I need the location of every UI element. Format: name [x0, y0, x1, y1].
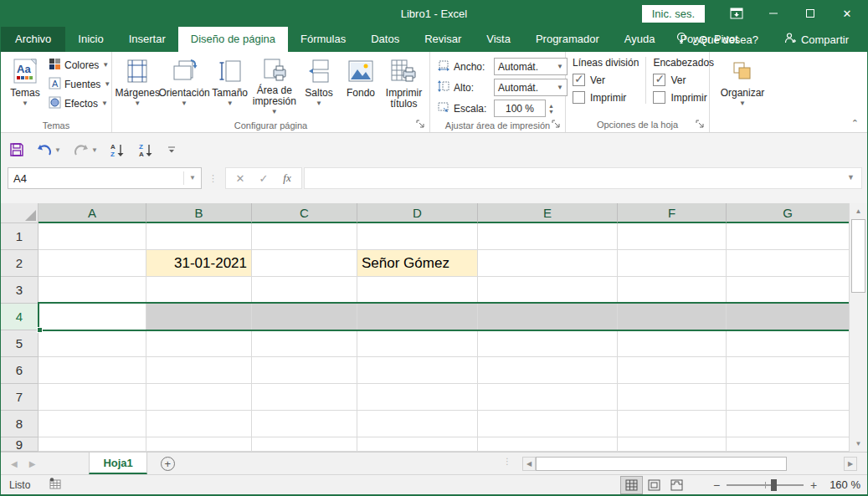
row-header-5[interactable]: 5	[1, 330, 39, 357]
column-header-e[interactable]: E	[478, 203, 618, 223]
cell-b3[interactable]	[146, 277, 252, 304]
colores-button[interactable]: Colores ▼	[46, 57, 113, 74]
cell-g2[interactable]	[727, 250, 850, 277]
dialog-launcher-icon[interactable]	[552, 120, 561, 129]
sort-za-button[interactable]: ZA	[136, 141, 157, 159]
cell-a4-active[interactable]	[39, 304, 146, 330]
cell-d7[interactable]	[357, 384, 478, 411]
cell-b2[interactable]: 31-01-2021	[146, 250, 252, 277]
cell-b6[interactable]	[146, 357, 252, 384]
cell-d4[interactable]	[357, 304, 478, 330]
cell-a2[interactable]	[39, 250, 146, 277]
cell-g5[interactable]	[727, 330, 850, 357]
sheet-nav-left-icon[interactable]: ◀	[11, 459, 18, 468]
cell-f4[interactable]	[618, 304, 727, 330]
vertical-scroll-thumb[interactable]	[851, 219, 865, 293]
cell-a9[interactable]	[39, 437, 146, 452]
scroll-down-icon[interactable]: ▼	[850, 436, 867, 452]
vertical-scrollbar[interactable]: ▲ ▼	[849, 203, 867, 452]
tab-insertar[interactable]: Insertar	[116, 27, 178, 52]
formula-bar-input[interactable]: ▼	[304, 167, 862, 189]
expand-formula-bar-icon[interactable]: ▼	[847, 173, 855, 182]
tab-ayuda[interactable]: Ayuda	[612, 27, 668, 52]
cell-d1[interactable]	[357, 223, 478, 250]
cell-f5[interactable]	[618, 330, 727, 357]
cell-c4[interactable]	[252, 304, 357, 330]
cell-a3[interactable]	[39, 277, 146, 304]
column-header-g[interactable]: G	[727, 203, 850, 223]
row-header-1[interactable]: 1	[1, 223, 39, 250]
cell-a7[interactable]	[39, 384, 146, 411]
cell-b1[interactable]	[146, 223, 252, 250]
scroll-left-icon[interactable]: ◀	[522, 457, 536, 471]
row-header-9[interactable]: 9	[1, 437, 39, 452]
tab-datos[interactable]: Datos	[358, 27, 412, 52]
view-page-break-button[interactable]	[665, 476, 688, 494]
cell-e1[interactable]	[478, 223, 618, 250]
encabezados-ver-checkbox[interactable]: Ver	[653, 74, 714, 86]
zoom-in-icon[interactable]: +	[807, 478, 820, 492]
temas-button[interactable]: Aa Temas ▼	[4, 55, 46, 117]
spin-up-icon[interactable]: ▲	[548, 103, 554, 109]
cell-g6[interactable]	[727, 357, 850, 384]
cell-f6[interactable]	[618, 357, 727, 384]
tab-vista[interactable]: Vista	[474, 27, 523, 52]
cell-b4[interactable]	[146, 304, 252, 330]
tell-me-button[interactable]: ¿Qué desea?	[665, 27, 768, 52]
tamano-button[interactable]: Tamaño ▼	[209, 55, 251, 117]
cell-e2[interactable]	[478, 250, 618, 277]
view-normal-button[interactable]	[620, 476, 643, 494]
new-sheet-icon[interactable]: +	[161, 457, 175, 471]
view-page-layout-button[interactable]	[643, 476, 665, 494]
saltos-button[interactable]: Saltos ▼	[298, 55, 340, 117]
encabezados-imprimir-checkbox[interactable]: Imprimir	[653, 91, 714, 104]
cell-c9[interactable]	[252, 437, 357, 452]
cell-e8[interactable]	[478, 411, 618, 437]
cell-f8[interactable]	[618, 411, 727, 437]
cell-c7[interactable]	[252, 384, 357, 411]
cell-d9[interactable]	[357, 437, 478, 452]
spin-down-icon[interactable]: ▼	[548, 109, 554, 115]
cell-f7[interactable]	[618, 384, 727, 411]
insert-function-icon[interactable]: fx	[276, 171, 298, 185]
zoom-percentage[interactable]: 160 %	[820, 478, 860, 491]
select-all-corner[interactable]	[1, 203, 39, 223]
tab-programador[interactable]: Programador	[523, 27, 612, 52]
column-header-f[interactable]: F	[618, 203, 727, 223]
row-header-6[interactable]: 6	[1, 357, 39, 384]
tab-revisar[interactable]: Revisar	[412, 27, 474, 52]
horizontal-scroll-thumb[interactable]	[536, 457, 787, 471]
cell-b7[interactable]	[146, 384, 252, 411]
tab-formulas[interactable]: Fórmulas	[288, 27, 358, 52]
cell-g1[interactable]	[727, 223, 850, 250]
lineas-ver-checkbox[interactable]: Ver	[573, 74, 639, 86]
row-header-8[interactable]: 8	[1, 411, 39, 437]
area-de-impresion-button[interactable]: Área de impresión ▼	[251, 55, 298, 117]
cancel-icon[interactable]: ✕	[229, 172, 251, 185]
customize-qat-button[interactable]	[165, 143, 178, 156]
cell-b9[interactable]	[146, 437, 252, 452]
cell-c2[interactable]	[252, 250, 357, 277]
cell-a5[interactable]	[39, 330, 146, 357]
cell-e4[interactable]	[478, 304, 618, 330]
cell-d2[interactable]: Señor Gómez	[357, 250, 478, 277]
cell-c5[interactable]	[252, 330, 357, 357]
cell-d3[interactable]	[357, 277, 478, 304]
cell-c3[interactable]	[252, 277, 357, 304]
cell-g9[interactable]	[727, 437, 850, 452]
cell-f9[interactable]	[618, 437, 727, 452]
scroll-right-icon[interactable]: ▶	[844, 457, 857, 471]
lineas-imprimir-checkbox[interactable]: Imprimir	[573, 91, 639, 104]
save-button[interactable]	[8, 141, 26, 159]
cell-d8[interactable]	[357, 411, 478, 437]
cell-g3[interactable]	[727, 277, 850, 304]
macro-record-icon[interactable]	[49, 478, 62, 493]
cell-g7[interactable]	[727, 384, 850, 411]
redo-button[interactable]: ▼	[71, 141, 100, 158]
share-button[interactable]: Compartir	[773, 27, 859, 52]
tab-inicio[interactable]: Inicio	[65, 27, 116, 52]
efectos-button[interactable]: Efectos ▼	[46, 95, 113, 112]
cell-f2[interactable]	[618, 250, 727, 277]
minimize-button[interactable]	[755, 0, 792, 27]
escala-input[interactable]: 100 %	[494, 100, 546, 117]
